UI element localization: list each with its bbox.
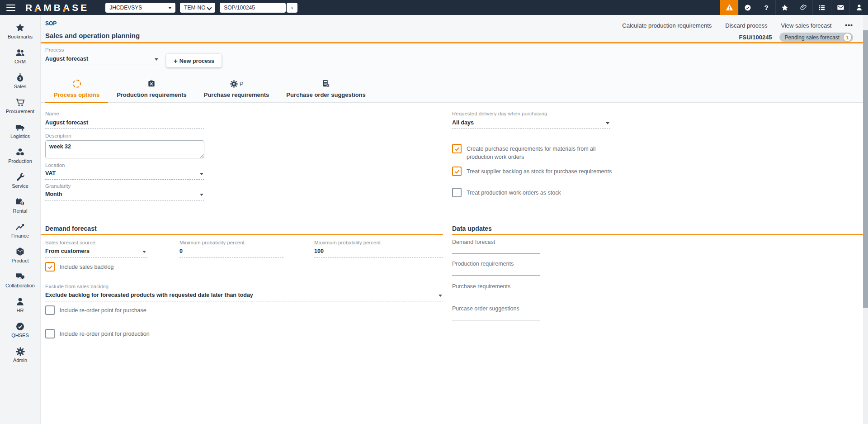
description-textarea[interactable]: [45, 140, 204, 158]
treat-supplier-backlog-checkbox[interactable]: Treat supplier backlog as stock for purc…: [452, 167, 646, 176]
name-input[interactable]: August forecast: [45, 119, 204, 129]
minimum-probability-input[interactable]: 0: [179, 248, 283, 257]
data-updates-field-line: [452, 275, 540, 276]
sidebar-item-qhses[interactable]: QHSES: [0, 317, 40, 342]
back-button[interactable]: ‹: [287, 3, 297, 13]
sidebar-item-logistics[interactable]: Logistics: [0, 118, 40, 143]
more-menu-button[interactable]: •••: [845, 22, 853, 29]
sidebar-item-rental[interactable]: $ Rental: [0, 193, 40, 218]
location-select[interactable]: VAT: [45, 170, 204, 180]
tab-purchase-order-suggestions[interactable]: $ Purchase order suggestions: [278, 79, 374, 102]
user-button[interactable]: [849, 0, 868, 15]
approvals-button[interactable]: [738, 0, 757, 15]
tab-label: Purchase requirements: [204, 91, 269, 98]
system-select[interactable]: JHCDEVSYS: [105, 3, 175, 13]
sidebar-item-admin[interactable]: Admin: [0, 342, 40, 367]
create-purchase-requirements-checkbox[interactable]: Create purchase requirements for materia…: [452, 144, 601, 161]
checkbox-box: [452, 144, 462, 153]
dashed-circle-icon: [73, 80, 81, 88]
tasks-button[interactable]: [812, 0, 831, 15]
logo-letter: A: [34, 2, 43, 13]
document-status-row: FSU/100245 Pending sales forecast 1: [739, 33, 853, 42]
new-process-button[interactable]: +New process: [166, 54, 222, 67]
sidebar-item-production[interactable]: Production: [0, 143, 40, 168]
scrollbar-thumb[interactable]: [863, 30, 868, 308]
company-select-wrap: TEM-NO: [180, 3, 215, 13]
chat-bubbles-icon: [15, 272, 25, 282]
data-updates-underline: [452, 234, 863, 235]
name-value: August forecast: [45, 119, 88, 126]
document-search-input[interactable]: [220, 3, 286, 13]
alerts-button[interactable]: [720, 0, 738, 15]
top-bar: RAMBASE JHCDEVSYS TEM-NO ‹ ?: [0, 0, 868, 15]
cube-icon: [15, 247, 25, 257]
view-sales-forecast-button[interactable]: View sales forecast: [781, 22, 832, 29]
sidebar-item-sales[interactable]: $ Sales: [0, 68, 40, 93]
granularity-label: Granularity: [45, 183, 71, 189]
logo-letter: M: [43, 2, 54, 13]
checkbox-box: [45, 305, 55, 315]
maximum-probability-input[interactable]: 100: [314, 248, 443, 257]
include-reorder-point-production-checkbox[interactable]: Include re-order point for production: [45, 329, 181, 338]
sidebar-item-collaboration[interactable]: Collaboration: [0, 267, 40, 292]
sales-forecast-source-select[interactable]: From customers: [45, 248, 147, 257]
treat-production-work-orders-checkbox[interactable]: Treat production work orders as stock: [452, 188, 646, 197]
plus-icon: +: [174, 57, 178, 65]
help-button[interactable]: ?: [757, 0, 775, 15]
tab-process-options[interactable]: Process options: [45, 79, 108, 102]
checkbox-box: [452, 167, 462, 176]
logo-letter: A: [63, 2, 72, 13]
favorites-button[interactable]: [775, 0, 794, 15]
vertical-scrollbar[interactable]: [863, 15, 868, 424]
company-select[interactable]: TEM-NO: [180, 3, 215, 13]
discard-process-button[interactable]: Discard process: [725, 22, 767, 29]
process-select[interactable]: August forecast: [45, 55, 159, 65]
title-underline: [41, 42, 863, 43]
messages-button[interactable]: [831, 0, 849, 15]
sidebar-item-bookmarks[interactable]: Bookmarks: [0, 19, 40, 43]
status-badge-label: Pending sales forecast: [785, 34, 840, 41]
cart-icon: [15, 97, 25, 108]
tab-label: Purchase order suggestions: [286, 91, 366, 98]
sidebar-item-procurement[interactable]: Procurement: [0, 93, 40, 118]
sidebar-item-finance[interactable]: Finance: [0, 218, 40, 243]
sidebar-item-label: Logistics: [10, 133, 30, 139]
tab-purchase-requirements[interactable]: P Purchase requirements: [195, 79, 278, 102]
new-process-button-label: New process: [179, 58, 214, 64]
data-updates-field-line: [452, 253, 540, 254]
dropdown-arrow-icon: [142, 251, 146, 253]
exclude-from-sales-backlog-select[interactable]: Exclude backlog for forecasted products …: [45, 291, 443, 301]
attachments-button[interactable]: [794, 0, 812, 15]
sidebar-item-crm[interactable]: CRM: [0, 43, 40, 68]
menu-icon[interactable]: [6, 5, 15, 11]
dropdown-arrow-icon: [155, 58, 158, 61]
warning-icon: [725, 3, 734, 12]
sidebar-item-product[interactable]: Product: [0, 243, 40, 267]
requested-delivery-day-select[interactable]: All days: [452, 119, 610, 129]
system-select-wrap: JHCDEVSYS: [105, 3, 175, 13]
sidebar-item-label: Procurement: [6, 109, 34, 114]
gear-icon: [230, 80, 238, 88]
process-label: Process: [45, 47, 64, 52]
data-updates-demand-forecast-label: Demand forecast: [452, 239, 495, 245]
checkbox-label: Create purchase requirements for materia…: [467, 144, 601, 161]
calculate-production-requirements-button[interactable]: Calculate production requirements: [622, 22, 712, 29]
sidebar-item-label: Collaboration: [5, 283, 35, 288]
svg-text:$: $: [19, 76, 21, 81]
tab-icon-wrap: [73, 79, 81, 89]
check-icon: [454, 146, 460, 152]
process-select-value: August forecast: [45, 56, 88, 62]
granularity-select[interactable]: Month: [45, 191, 204, 200]
status-badge[interactable]: Pending sales forecast 1: [779, 33, 853, 42]
sidebar-item-service[interactable]: Service: [0, 168, 40, 193]
include-sales-backlog-checkbox[interactable]: Include sales backlog: [45, 262, 181, 272]
data-updates-field-line: [452, 298, 540, 298]
seal-check-icon: [15, 321, 25, 332]
dropdown-arrow-icon: [200, 173, 203, 175]
include-reorder-point-purchase-checkbox[interactable]: Include re-order point for purchase: [45, 305, 181, 315]
tab-production-requirements[interactable]: Production requirements: [108, 79, 195, 102]
checkbox-label: Include sales backlog: [60, 262, 114, 271]
checkbox-box: [45, 329, 55, 338]
truck-icon: [15, 122, 25, 133]
sidebar-item-hr[interactable]: HR: [0, 292, 40, 317]
